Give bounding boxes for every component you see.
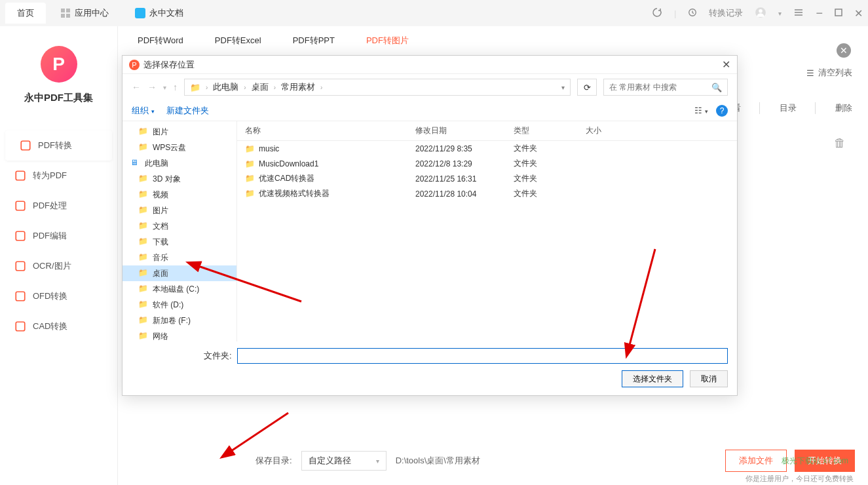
history-link[interactable]: 转换记录: [709, 7, 743, 19]
save-dir-value: 自定义路径: [309, 455, 351, 467]
tree-item-6[interactable]: 📁文档: [123, 218, 236, 234]
list-icon: ☰: [806, 68, 814, 78]
cancel-button[interactable]: 取消: [690, 370, 728, 387]
svg-rect-15: [16, 322, 25, 331]
tree-label: 此电脑: [145, 158, 168, 169]
svg-rect-13: [16, 262, 25, 271]
catalog-button[interactable]: 目录: [780, 102, 816, 114]
crumb-2[interactable]: 常用素材: [281, 81, 315, 93]
svg-rect-4: [135, 8, 145, 18]
tree-item-2[interactable]: 🖥此电脑: [123, 155, 236, 171]
nav-item-2[interactable]: PDF处理: [0, 191, 117, 221]
tree-item-12[interactable]: 📁新加卷 (F:): [123, 313, 236, 328]
tab-doc[interactable]: 永中文档: [123, 3, 195, 24]
folder-icon: 📁: [190, 83, 200, 92]
tree-item-10[interactable]: 📁本地磁盘 (C:): [123, 281, 236, 297]
tab-home[interactable]: 首页: [5, 3, 46, 24]
tree-icon: 📁: [138, 189, 149, 200]
tree-item-0[interactable]: 📁图片: [123, 124, 236, 140]
minimize-button[interactable]: −: [816, 7, 823, 20]
maximize-button[interactable]: [835, 9, 842, 18]
crumb-1[interactable]: 桌面: [252, 81, 269, 93]
dialog-search[interactable]: 🔍: [603, 79, 728, 96]
file-row[interactable]: 📁music2022/11/29 8:35文件夹: [237, 141, 737, 156]
nav-recent-button[interactable]: ▾: [163, 84, 166, 91]
tree-item-4[interactable]: 📁视频: [123, 187, 236, 203]
col-date[interactable]: 修改日期: [415, 125, 514, 136]
tree-icon: 📁: [138, 142, 149, 153]
start-convert-button[interactable]: 开始转换: [795, 450, 855, 472]
folder-icon: 📁: [245, 174, 255, 183]
col-type[interactable]: 类型: [514, 125, 586, 136]
save-dir-select[interactable]: 自定义路径 ▾: [301, 451, 387, 471]
select-folder-button[interactable]: 选择文件夹: [622, 370, 683, 387]
svg-rect-1: [66, 9, 70, 12]
tree-icon: 🖥: [130, 158, 141, 168]
save-path-text: D:\tools\桌面\常用素材: [396, 455, 480, 467]
clear-list-button[interactable]: ☰ 清空列表: [806, 67, 852, 79]
crumb-0[interactable]: 此电脑: [213, 81, 238, 93]
nav-refresh-button[interactable]: ⟳: [577, 79, 597, 96]
tree-item-13[interactable]: 📁网络: [123, 328, 236, 341]
menu-icon[interactable]: [793, 7, 804, 20]
tree-item-8[interactable]: 📁音乐: [123, 250, 236, 265]
nav-item-4[interactable]: OCR/图片: [0, 251, 117, 281]
svg-rect-2: [61, 14, 65, 18]
file-row[interactable]: 📁优速视频格式转换器2022/11/28 10:04文件夹: [237, 186, 737, 201]
col-name[interactable]: 名称: [245, 125, 415, 136]
folder-field-label: 文件夹:: [204, 350, 232, 362]
subtab-image[interactable]: PDF转图片: [366, 35, 409, 47]
close-panel-button[interactable]: ✕: [837, 43, 851, 58]
trash-icon[interactable]: 🗑: [834, 136, 846, 150]
file-row[interactable]: 📁MusicDownload12022/12/8 13:29文件夹: [237, 156, 737, 171]
subtab-ppt[interactable]: PDF转PPT: [293, 35, 335, 47]
delete-button[interactable]: 删除: [835, 102, 852, 114]
app-center-icon: [60, 8, 71, 18]
top-tabs-bar: 首页 应用中心 永中文档 | 转换记录 ▾ − ✕: [0, 0, 868, 26]
close-button[interactable]: ✕: [854, 7, 863, 20]
search-icon: 🔍: [711, 83, 722, 92]
nav-up-button[interactable]: ↑: [173, 82, 178, 92]
tree-item-5[interactable]: 📁图片: [123, 203, 236, 218]
help-icon[interactable]: ?: [716, 105, 728, 117]
dialog-close-button[interactable]: ✕: [722, 58, 730, 71]
nav-icon: [14, 260, 26, 272]
search-input[interactable]: [609, 83, 711, 92]
tree-item-1[interactable]: 📁WPS云盘: [123, 140, 236, 155]
tree-item-11[interactable]: 📁软件 (D:): [123, 297, 236, 313]
tree-label: 软件 (D:): [153, 300, 183, 311]
subtab-word[interactable]: PDF转Word: [138, 35, 183, 47]
add-file-button[interactable]: 添加文件: [725, 450, 787, 472]
breadcrumb-path[interactable]: 📁 › 此电脑› 桌面› 常用素材› ▾: [184, 79, 571, 96]
tree-icon: 📁: [138, 126, 149, 137]
col-size[interactable]: 大小: [586, 125, 729, 136]
organize-button[interactable]: 组织 ▾: [132, 105, 155, 117]
nav-item-0[interactable]: PDF转换: [5, 130, 112, 161]
tree-label: 图片: [153, 205, 168, 216]
tab-app-center[interactable]: 应用中心: [48, 3, 121, 24]
file-row[interactable]: 📁优速CAD转换器2022/11/25 16:31文件夹: [237, 171, 737, 186]
clock-icon[interactable]: [688, 8, 697, 19]
subtab-excel[interactable]: PDF转Excel: [215, 35, 261, 47]
view-mode-button[interactable]: ☷ ▾: [694, 106, 708, 115]
nav-item-6[interactable]: CAD转换: [0, 311, 117, 341]
dialog-nav: ← → ▾ ↑ 📁 › 此电脑› 桌面› 常用素材› ▾ ⟳ 🔍: [123, 74, 737, 100]
folder-icon: 📁: [245, 189, 255, 198]
nav-back-button[interactable]: ←: [132, 82, 141, 92]
tree-item-7[interactable]: 📁下载: [123, 234, 236, 250]
nav-forward-button[interactable]: →: [147, 82, 157, 92]
folder-name-input[interactable]: [237, 348, 728, 364]
nav-item-1[interactable]: 转为PDF: [0, 161, 117, 191]
app-title: 永中PDF工具集: [0, 92, 117, 104]
tree-icon: 📁: [138, 331, 149, 341]
svg-rect-10: [16, 171, 25, 180]
new-folder-button[interactable]: 新建文件夹: [166, 105, 209, 117]
nav-item-5[interactable]: OFD转换: [0, 281, 117, 311]
nav-item-3[interactable]: PDF编辑: [0, 221, 117, 251]
refresh-icon[interactable]: [652, 7, 662, 20]
user-icon[interactable]: [755, 7, 766, 20]
path-dropdown-icon[interactable]: ▾: [561, 84, 565, 91]
tree-item-3[interactable]: 📁3D 对象: [123, 171, 236, 187]
tree-item-9[interactable]: 📁桌面: [123, 265, 236, 281]
top-right-controls: | 转换记录 ▾ − ✕: [652, 7, 863, 20]
